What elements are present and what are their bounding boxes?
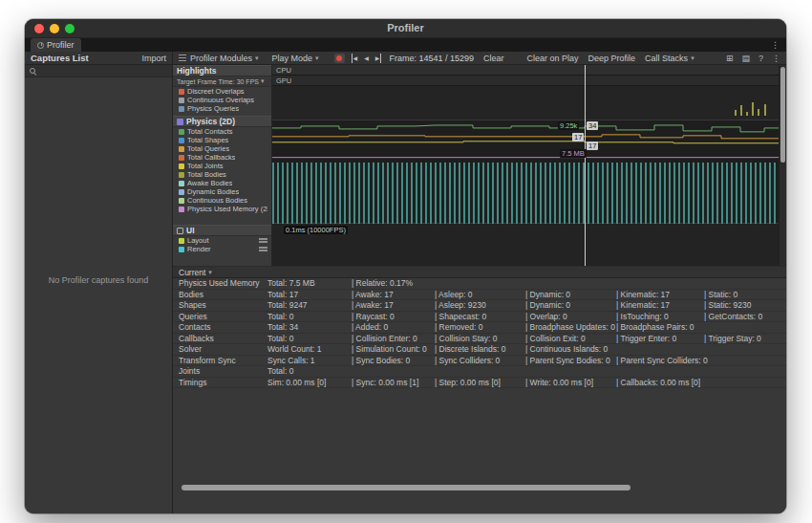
captures-empty-message: No Profiler captures found: [25, 275, 172, 285]
legend-label: Render: [187, 245, 211, 253]
legend-item[interactable]: Continuous Bodies: [173, 196, 271, 205]
profiler-window: Profiler Profiler ⋮ Captures List Import…: [25, 19, 786, 513]
highlights-spike: [752, 102, 754, 116]
current-frame-marker[interactable]: [585, 65, 586, 266]
table-row: Shapes Total: 9247 | Awake: 17 | Asleep:…: [173, 300, 786, 312]
deep-profile-toggle[interactable]: Deep Profile: [588, 54, 636, 63]
minimize-button[interactable]: [50, 24, 59, 33]
legend-color-chip: [179, 189, 184, 195]
clear-on-play-toggle[interactable]: Clear on Play: [527, 54, 579, 63]
cell: | Write: 0.00 ms [0]: [525, 378, 616, 387]
highlights-spike: [764, 104, 766, 116]
legend-item[interactable]: Continuous Overlaps: [173, 96, 271, 104]
details-panel: Current ▾ Physics Used Memory Total: 7.5…: [173, 266, 786, 513]
cell: | Trigger Enter: 0: [616, 334, 704, 343]
captures-list-title: Captures List: [31, 53, 89, 63]
physics-2d-chart[interactable]: [272, 120, 779, 224]
legend-label: Layout: [187, 236, 209, 245]
memory-label: 7.5 MB: [560, 149, 587, 158]
legend-item[interactable]: Total Joints: [173, 162, 271, 170]
cell: | Relative: 0.17%: [352, 278, 435, 288]
module-header-highlights[interactable]: Highlights: [173, 65, 271, 76]
toolbar-menu-icon[interactable]: ⋮: [772, 54, 780, 63]
tab-label: Profiler: [47, 40, 75, 50]
load-profile-icon[interactable]: ▤: [741, 54, 750, 63]
physics-bars: [272, 163, 779, 224]
legend-item[interactable]: Render: [173, 245, 271, 253]
cell: | Overlap: 0: [525, 312, 616, 321]
cell: | Dynamic: 0: [525, 290, 616, 299]
save-profile-icon[interactable]: ⊞: [726, 54, 734, 63]
toolbar: Captures List Import Profiler Modules ▾ …: [25, 52, 786, 65]
module-header-physics-2d[interactable]: Physics (2D): [173, 116, 271, 127]
details-view-dropdown[interactable]: Current ▾: [173, 266, 786, 278]
row-label: Physics Used Memory: [179, 278, 267, 288]
legend-label: Total Callbacks: [187, 153, 235, 162]
cell: | Collision Exit: 0: [525, 334, 616, 343]
highlights-chart[interactable]: [272, 86, 779, 120]
legend-item[interactable]: Physics Queries: [173, 104, 271, 113]
search-icon: [30, 67, 37, 75]
table-row: Queries Total: 0 | Raycast: 0 | Shapecas…: [173, 312, 786, 323]
close-button[interactable]: [34, 24, 44, 33]
cell: Total: 0: [267, 366, 352, 376]
next-frame-button[interactable]: ▶: [375, 54, 382, 63]
cell: | Broadphase Updates: 0: [525, 322, 616, 332]
cell: World Count: 1: [267, 344, 352, 354]
import-button[interactable]: Import: [141, 54, 166, 63]
ui-chart[interactable]: [272, 224, 779, 266]
profiler-modules-dropdown[interactable]: Profiler Modules ▾: [190, 54, 259, 63]
table-row: Physics Used Memory Total: 7.5 MB | Rela…: [173, 278, 786, 290]
legend-item[interactable]: Total Queries: [173, 144, 271, 153]
row-label: Callbacks: [179, 334, 267, 343]
cell: | Collision Stay: 0: [435, 334, 525, 343]
cell: | Simulation Count: 0: [352, 344, 435, 354]
row-label: Shapes: [179, 300, 267, 310]
cell: | GetContacts: 0: [704, 312, 762, 321]
record-button[interactable]: [334, 54, 345, 63]
play-mode-dropdown[interactable]: Play Mode ▾: [272, 54, 319, 63]
captures-header: Captures List Import: [25, 52, 173, 64]
highlights-spike: [740, 105, 742, 116]
legend-color-chip: [179, 238, 184, 244]
cell: | Step: 0.00 ms [0]: [435, 378, 525, 387]
charts-vertical-scrollbar[interactable]: [779, 65, 786, 266]
cell: | Sync: 0.00 ms [1]: [352, 378, 435, 387]
module-header-ui[interactable]: UI: [173, 225, 271, 236]
profiler-chart[interactable]: CPU GPU: [272, 65, 779, 266]
tab-profiler[interactable]: Profiler: [31, 38, 81, 52]
cell: Total: 9247: [267, 300, 352, 310]
legend-item[interactable]: Physics Used Memory (2D): [173, 205, 271, 213]
first-frame-button[interactable]: ◀: [352, 54, 358, 63]
captures-search-input[interactable]: [25, 65, 172, 77]
legend-color-chip: [179, 98, 184, 103]
cell: | Continuous Islands: 0: [525, 344, 616, 354]
legend-item[interactable]: Total Bodies: [173, 170, 271, 179]
table-row: Timings Sim: 0.00 ms [0] | Sync: 0.00 ms…: [173, 378, 786, 389]
legend-color-chip: [179, 129, 184, 135]
help-icon[interactable]: ?: [759, 54, 763, 63]
legend-item[interactable]: Total Contacts: [173, 127, 271, 136]
legend-item[interactable]: Total Callbacks: [173, 153, 271, 162]
row-label: Bodies: [179, 290, 267, 299]
chevron-down-icon: ▾: [208, 269, 212, 276]
zoom-button[interactable]: [65, 24, 75, 33]
legend-item[interactable]: Dynamic Bodies: [173, 187, 271, 196]
window-menu-icon[interactable]: ⋮: [771, 38, 780, 52]
legend-color-chip: [179, 198, 184, 204]
cpu-row: CPU: [272, 65, 779, 76]
cell: | Asleep: 9230: [435, 300, 525, 310]
legend-item[interactable]: Awake Bodies: [173, 179, 271, 187]
clear-button[interactable]: Clear: [483, 54, 504, 63]
legend-item[interactable]: Discreet Overlaps: [173, 87, 271, 96]
call-stacks-dropdown[interactable]: Call Stacks ▾: [645, 54, 694, 63]
target-frame-time-dropdown[interactable]: Target Frame Time: 30 FPS ▾: [173, 76, 271, 87]
legend-item[interactable]: Total Shapes: [173, 136, 271, 144]
vertical-scrollbar-thumb[interactable]: [780, 67, 785, 163]
cell: | Dynamic: 0: [525, 300, 616, 310]
cell: Sync Calls: 1: [267, 356, 352, 365]
horizontal-scrollbar-thumb[interactable]: [182, 485, 630, 490]
legend-item[interactable]: Layout: [173, 236, 271, 245]
cell: | Awake: 17: [352, 290, 435, 299]
previous-frame-button[interactable]: ◀: [364, 54, 369, 63]
